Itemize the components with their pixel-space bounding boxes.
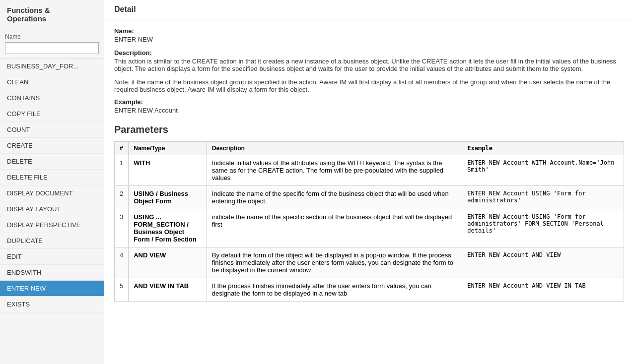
name-value: ENTER NEW	[114, 36, 624, 43]
sidebar-item-display_layout[interactable]: DISPLAY LAYOUT	[0, 201, 104, 217]
param-name: AND VIEW	[129, 247, 207, 278]
param-number: 5	[115, 278, 129, 302]
sidebar-item-display_perspective[interactable]: DISPLAY PERSPECTIVE	[0, 217, 104, 233]
sidebar-item-count[interactable]: COUNT	[0, 122, 104, 138]
sidebar-item-duplicate[interactable]: DUPLICATE	[0, 233, 104, 249]
param-description: If the process finishes immediately afte…	[207, 278, 462, 302]
param-description: Indicate the name of the specific form o…	[207, 186, 462, 209]
example-block: Example: ENTER NEW Account	[114, 98, 624, 114]
param-name: WITH	[129, 155, 207, 186]
table-row: 4AND VIEWBy default the form of the obje…	[115, 247, 624, 278]
description-label: Description:	[114, 49, 152, 57]
param-number: 3	[115, 209, 129, 247]
table-row: 2USING / Business Object FormIndicate th…	[115, 186, 624, 209]
note-block: Note: if the name of the business object…	[114, 78, 624, 93]
name-label: Name:	[114, 27, 134, 35]
example-label: Example:	[114, 98, 143, 106]
param-example: ENTER NEW Account USING 'Form for admini…	[462, 186, 624, 209]
param-example: ENTER NEW Account AND VIEW	[462, 247, 624, 278]
sidebar-search-label: Name	[5, 33, 99, 40]
sidebar-item-business_day_for[interactable]: BUSINESS_DAY_FOR...	[0, 59, 104, 74]
param-description: Indicate initial values of the attribute…	[207, 155, 462, 186]
main-content: Detail Name: ENTER NEW Description: This…	[104, 0, 634, 364]
param-example: ENTER NEW Account AND VIEW IN TAB	[462, 278, 624, 302]
param-example: ENTER NEW Account WITH Account.Name='Joh…	[462, 155, 624, 186]
sidebar-item-display_document[interactable]: DISPLAY DOCUMENT	[0, 185, 104, 201]
sidebar-item-enter_new[interactable]: ENTER NEW	[0, 281, 104, 297]
param-name: AND VIEW IN TAB	[129, 278, 207, 302]
col-header-description: Description	[207, 142, 462, 155]
sidebar-search-area: Name	[0, 29, 104, 59]
sidebar-item-delete_file[interactable]: DELETE FILE	[0, 170, 104, 185]
param-name: USING / Business Object Form	[129, 186, 207, 209]
sidebar-item-endswith[interactable]: ENDSWITH	[0, 265, 104, 281]
description-block: Description: This action is similar to t…	[114, 49, 624, 72]
sidebar: Functions &Operations Name BUSINESS_DAY_…	[0, 0, 104, 364]
description-text: This action is similar to the CREATE act…	[114, 58, 624, 72]
param-number: 4	[115, 247, 129, 278]
sidebar-item-clean[interactable]: CLEAN	[0, 74, 104, 90]
table-row: 5AND VIEW IN TABIf the process finishes …	[115, 278, 624, 302]
param-number: 2	[115, 186, 129, 209]
parameters-table: # Name/Type Description Example 1WITHInd…	[114, 141, 624, 302]
param-example: ENTER NEW Account USING 'Form for admini…	[462, 209, 624, 247]
param-name: USING ...FORM_SECTION /Business ObjectFo…	[129, 209, 207, 247]
table-row: 1WITHIndicate initial values of the attr…	[115, 155, 624, 186]
col-header-example: Example	[462, 142, 624, 155]
param-description: By default the form of the object will b…	[207, 247, 462, 278]
sidebar-item-exists[interactable]: EXISTS	[0, 297, 104, 312]
detail-header: Detail	[104, 0, 634, 19]
sidebar-title: Functions &Operations	[0, 0, 104, 29]
sidebar-item-edit[interactable]: EDIT	[0, 249, 104, 265]
param-description: indicate the name of the specific sectio…	[207, 209, 462, 247]
sidebar-item-delete[interactable]: DELETE	[0, 154, 104, 170]
example-value: ENTER NEW Account	[114, 107, 624, 114]
detail-body: Name: ENTER NEW Description: This action…	[104, 19, 634, 309]
sidebar-item-contains[interactable]: CONTAINS	[0, 90, 104, 106]
search-input[interactable]	[5, 42, 99, 54]
sidebar-list: BUSINESS_DAY_FOR...CLEANCONTAINSCOPY FIL…	[0, 59, 104, 364]
parameters-title: Parameters	[114, 124, 624, 135]
name-block: Name: ENTER NEW	[114, 27, 624, 43]
sidebar-item-copy_file[interactable]: COPY FILE	[0, 106, 104, 122]
sidebar-item-create[interactable]: CREATE	[0, 138, 104, 154]
col-header-num: #	[115, 142, 129, 155]
table-row: 3USING ...FORM_SECTION /Business ObjectF…	[115, 209, 624, 247]
col-header-name: Name/Type	[129, 142, 207, 155]
param-number: 1	[115, 155, 129, 186]
